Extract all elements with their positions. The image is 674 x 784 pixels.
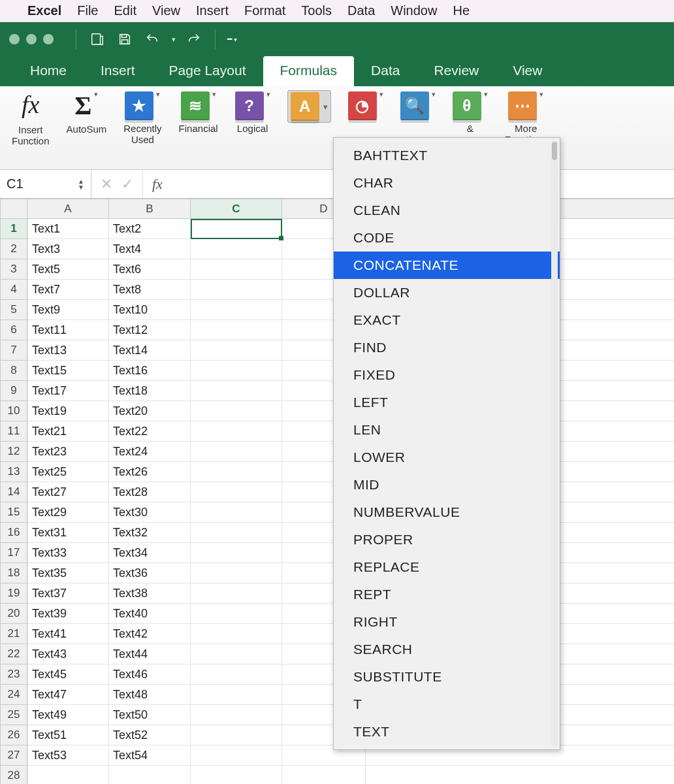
cell[interactable]: [191, 583, 282, 604]
cell[interactable]: [191, 280, 282, 300]
insert-function-button[interactable]: fx Insert Function: [7, 90, 55, 167]
dropdown-item[interactable]: CHAR: [334, 169, 560, 197]
cell[interactable]: [191, 219, 282, 239]
cell[interactable]: Text35: [27, 563, 109, 583]
row-header[interactable]: 14: [0, 482, 27, 502]
cell[interactable]: Text43: [27, 644, 109, 664]
cell[interactable]: [191, 563, 282, 583]
dropdown-item[interactable]: CONCATENATE: [334, 252, 560, 279]
text-functions-button[interactable]: A ▾: [282, 90, 336, 167]
cell[interactable]: [191, 745, 282, 766]
cell[interactable]: Text37: [27, 583, 109, 604]
cell[interactable]: Text12: [109, 320, 191, 340]
dropdown-scrollbar[interactable]: [551, 140, 558, 747]
dropdown-item[interactable]: CODE: [334, 224, 560, 252]
menu-edit[interactable]: Edit: [114, 3, 136, 18]
row-header[interactable]: 18: [0, 563, 27, 583]
dropdown-item[interactable]: TEXT: [334, 718, 560, 745]
row-header[interactable]: 28: [0, 766, 27, 784]
col-header-C[interactable]: C: [191, 199, 282, 219]
cancel-formula-icon[interactable]: ✕: [101, 176, 112, 193]
menu-tools[interactable]: Tools: [301, 3, 332, 18]
row-header[interactable]: 20: [0, 604, 27, 624]
cell[interactable]: Text30: [109, 502, 191, 523]
col-header-B[interactable]: B: [109, 199, 191, 219]
row-header[interactable]: 7: [0, 340, 27, 361]
undo-icon[interactable]: [143, 30, 161, 48]
cell[interactable]: Text41: [27, 624, 109, 644]
cell[interactable]: [109, 766, 191, 784]
cell[interactable]: Text50: [109, 705, 191, 725]
new-workbook-icon[interactable]: [88, 30, 106, 48]
row-header[interactable]: 10: [0, 401, 27, 421]
dropdown-item[interactable]: RIGHT: [334, 608, 560, 636]
dropdown-item[interactable]: FIND: [334, 334, 560, 361]
cell[interactable]: Text44: [109, 644, 191, 664]
tab-view[interactable]: View: [496, 56, 559, 86]
row-header[interactable]: 8: [0, 361, 27, 381]
cell[interactable]: [191, 340, 282, 361]
cell[interactable]: Text27: [27, 482, 109, 502]
row-header[interactable]: 19: [0, 583, 27, 604]
tab-insert[interactable]: Insert: [84, 56, 152, 86]
row-header[interactable]: 5: [0, 300, 27, 320]
cell[interactable]: Text33: [27, 543, 109, 563]
cell[interactable]: Text52: [109, 725, 191, 745]
cell[interactable]: Text23: [27, 442, 109, 462]
cell[interactable]: Text42: [109, 624, 191, 644]
name-box-stepper-icon[interactable]: ▲▼: [78, 178, 84, 190]
menu-format[interactable]: Format: [244, 3, 285, 18]
dropdown-item[interactable]: T: [334, 691, 560, 718]
cell[interactable]: Text21: [27, 421, 109, 442]
row-header[interactable]: 27: [0, 745, 27, 766]
dropdown-scroll-thumb[interactable]: [552, 142, 557, 160]
row-header[interactable]: 17: [0, 543, 27, 563]
cell[interactable]: Text4: [109, 239, 191, 259]
row-header[interactable]: 24: [0, 685, 27, 705]
row-header[interactable]: 4: [0, 280, 27, 300]
fx-label-icon[interactable]: fx: [143, 176, 172, 193]
cell[interactable]: Text22: [109, 421, 191, 442]
cell[interactable]: [191, 320, 282, 340]
tab-review[interactable]: Review: [417, 56, 496, 86]
cell[interactable]: [191, 705, 282, 725]
cell[interactable]: Text45: [27, 664, 109, 685]
cell[interactable]: Text46: [109, 664, 191, 685]
dropdown-item[interactable]: EXACT: [334, 306, 560, 334]
row-header[interactable]: 26: [0, 725, 27, 745]
save-icon[interactable]: [116, 30, 134, 48]
app-name[interactable]: Excel: [27, 3, 61, 18]
menu-help[interactable]: He: [453, 3, 470, 18]
chevron-down-icon[interactable]: ▾: [432, 90, 436, 99]
customize-qat-icon[interactable]: ━: [227, 35, 237, 44]
undo-dropdown-icon[interactable]: ▾: [172, 35, 176, 44]
cell[interactable]: Text24: [109, 442, 191, 462]
row-header[interactable]: 25: [0, 705, 27, 725]
cell[interactable]: [191, 766, 282, 784]
cell[interactable]: Text17: [27, 381, 109, 401]
cell[interactable]: [191, 442, 282, 462]
cell[interactable]: [191, 239, 282, 259]
cell[interactable]: Text13: [27, 340, 109, 361]
cell[interactable]: Text39: [27, 604, 109, 624]
name-box[interactable]: C1 ▲▼: [0, 170, 91, 198]
zoom-window-icon[interactable]: [43, 34, 54, 44]
redo-icon[interactable]: [185, 30, 203, 48]
menu-data[interactable]: Data: [347, 3, 375, 18]
cell[interactable]: Text5: [27, 259, 109, 280]
cell[interactable]: [191, 421, 282, 442]
dropdown-item[interactable]: NUMBERVALUE: [334, 498, 560, 526]
cell[interactable]: Text3: [27, 239, 109, 259]
cell[interactable]: [191, 664, 282, 685]
tab-home[interactable]: Home: [13, 56, 84, 86]
dropdown-item[interactable]: SUBSTITUTE: [334, 663, 560, 691]
cell[interactable]: Text9: [27, 300, 109, 320]
cell[interactable]: Text38: [109, 583, 191, 604]
cell[interactable]: Text28: [109, 482, 191, 502]
cell[interactable]: Text31: [27, 523, 109, 543]
row-header[interactable]: 6: [0, 320, 27, 340]
row-header[interactable]: 12: [0, 442, 27, 462]
cell[interactable]: [191, 361, 282, 381]
dropdown-item[interactable]: DOLLAR: [334, 279, 560, 306]
cell[interactable]: [191, 543, 282, 563]
